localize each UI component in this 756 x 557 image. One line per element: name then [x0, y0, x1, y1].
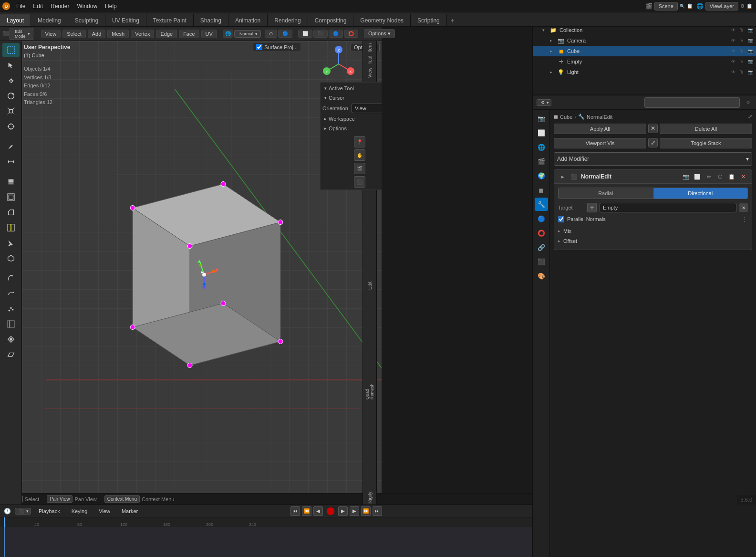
ol-expand-light[interactable]: ▸ [550, 70, 557, 74]
ol-cube[interactable]: ▸ ◼ Cube 👁 🖱 📷 [533, 46, 756, 56]
viewport-vis-btn[interactable]: Viewport Vis [554, 138, 646, 148]
n-panel-workspace-title[interactable]: ▸ Options [322, 125, 382, 132]
pb-next-keyframe[interactable]: ⏩ [361, 506, 371, 516]
tool-shear[interactable] [2, 347, 20, 362]
radial-btn[interactable]: Radial [559, 188, 653, 199]
prop-tab-world[interactable]: 🌍 [535, 169, 548, 182]
normaledit-expand-icon[interactable]: ▸ [558, 172, 568, 181]
viewport[interactable]: User Perspective (1) Cube Objects 1/4 Ve… [22, 41, 382, 504]
menu-render[interactable]: Render [47, 2, 73, 11]
target-clear-btn[interactable]: ✕ [739, 203, 748, 212]
surface-project[interactable]: Surface Proj... [253, 43, 300, 51]
add-modifier-btn[interactable]: Add Modifier ▾ [554, 152, 752, 166]
ol-sel-col[interactable]: 🖱 [738, 26, 746, 34]
pb-prev-keyframe[interactable]: ⏪ [302, 506, 311, 516]
ol-expand-cube[interactable]: ▸ [550, 49, 557, 53]
breadcrumb-expand-icon[interactable]: ⤢ [748, 114, 752, 120]
ol-render-empty[interactable]: 📷 [746, 58, 754, 65]
n-panel-icon-1[interactable]: 📍 [354, 136, 365, 147]
tool-scale[interactable] [2, 104, 20, 118]
ol-vis-light[interactable]: 👁 [729, 68, 737, 76]
vp-right-view[interactable]: View [364, 67, 375, 78]
toolbar-transform-global[interactable]: 🌐 [223, 30, 233, 38]
tab-compositing[interactable]: Compositing [308, 14, 354, 26]
tl-marker-btn[interactable]: Marker [118, 507, 142, 515]
tool-annotate[interactable] [2, 139, 20, 154]
tool-select-box[interactable] [2, 43, 20, 57]
tab-rendering[interactable]: Rendering [268, 14, 308, 26]
toolbar-rendered[interactable]: ⭕ [344, 30, 358, 38]
apply-all-x-btn[interactable]: ✕ [648, 124, 658, 133]
ol-vis-col[interactable]: 👁 [729, 26, 737, 34]
ol-empty[interactable]: ✛ Empty 👁 🖱 📷 [533, 56, 756, 67]
viewlayer-copy-icon[interactable]: 📋 [746, 3, 752, 9]
viewlayer-dropdown[interactable]: ViewLayer [705, 2, 738, 11]
tool-rotate[interactable] [2, 89, 20, 103]
viewport-vis-expand-btn[interactable]: ⤢ [648, 138, 658, 147]
ol-light[interactable]: ▸ 💡 Light 👁 🖱 📷 [533, 67, 756, 77]
toolbar-wireframe[interactable]: ⬜ [298, 30, 312, 38]
prop-tab-physics[interactable]: ⭕ [535, 226, 548, 240]
ol-render-light[interactable]: 📷 [746, 68, 754, 76]
toolbar-solid[interactable]: ⬛ [313, 30, 328, 38]
tool-spin[interactable] [2, 271, 20, 285]
toolbar-edge[interactable]: Edge [156, 30, 177, 38]
viewlayer-filter-icon[interactable]: ⚙ [740, 3, 745, 9]
prop-tab-particles[interactable]: 🔵 [535, 212, 548, 225]
tab-modeling[interactable]: Modeling [31, 14, 68, 26]
tab-shading[interactable]: Shading [194, 14, 228, 26]
toolbar-options[interactable]: Options ▾ [364, 29, 395, 38]
n-panel-icon-3[interactable]: 🎬 [354, 163, 365, 174]
timeline-mode-dropdown[interactable]: ⬛▾ [15, 508, 31, 515]
prop-tab-scene[interactable]: 🎬 [535, 155, 548, 168]
mode-dropdown[interactable]: Edit Mode ▾ [10, 28, 33, 40]
tool-smooth[interactable] [2, 286, 20, 301]
scene-copy-icon[interactable]: 📋 [687, 3, 693, 9]
tool-poly-build[interactable] [2, 251, 20, 265]
tool-bevel[interactable] [2, 205, 20, 220]
tool-inset[interactable] [2, 190, 20, 204]
scene-dropdown[interactable]: Scene [654, 2, 678, 11]
n-panel-cursor-title[interactable]: ▾ Cursor [322, 94, 382, 102]
vp-right-rigify[interactable]: Rigify [364, 492, 375, 504]
toolbar-face[interactable]: Face [179, 30, 199, 38]
menu-help[interactable]: Help [101, 2, 121, 11]
orientation-dropdown[interactable]: Normal ▾ [234, 30, 261, 38]
prop-tab-constraints[interactable]: 🔗 [535, 241, 548, 254]
tool-randomize[interactable] [2, 302, 20, 316]
pb-step-back[interactable]: ◀ [313, 506, 323, 516]
toolbar-snap[interactable]: 🔵 [278, 30, 292, 38]
normaledit-render-icon[interactable]: ⬜ [693, 172, 702, 181]
tool-move[interactable]: ✥ [2, 74, 20, 88]
normaledit-camera-icon[interactable]: 📷 [681, 172, 691, 181]
prop-type-dropdown[interactable]: ⚙▾ [537, 99, 551, 106]
tool-transform[interactable] [2, 119, 20, 134]
blender-logo[interactable]: B [0, 0, 12, 12]
ol-sel-cube[interactable]: 🖱 [738, 47, 746, 55]
ol-render-cam[interactable]: 📷 [746, 37, 754, 44]
tool-edge-slide[interactable] [2, 317, 20, 331]
toolbar-material[interactable]: 🔵 [329, 30, 343, 38]
tab-sculpting[interactable]: Sculpting [68, 14, 105, 26]
toolbar-add[interactable]: Add [88, 30, 106, 38]
tool-shrink-fatten[interactable] [2, 332, 20, 347]
pb-jump-end[interactable]: ⏭ [373, 506, 382, 516]
toolbar-mesh[interactable]: Mesh [107, 30, 129, 38]
toolbar-uv[interactable]: UV [201, 30, 217, 38]
ol-vis-cube[interactable]: 👁 [729, 47, 737, 55]
toolbar-view[interactable]: View [41, 30, 61, 38]
ol-sel-empty[interactable]: 🖱 [738, 58, 746, 65]
ol-camera[interactable]: ▸ 📷 Camera 👁 🖱 📷 [533, 35, 756, 46]
normaledit-edit-icon[interactable]: ✏ [704, 172, 714, 181]
normaledit-copy-icon[interactable]: 📋 [727, 172, 736, 181]
vp-right-edit[interactable]: Edit [364, 280, 375, 291]
ol-expand-cam[interactable]: ▸ [550, 38, 557, 43]
n-panel-icon-2[interactable]: ✋ [354, 149, 365, 161]
ol-sel-cam[interactable]: 🖱 [738, 37, 746, 44]
pb-play[interactable]: ▶ [338, 506, 348, 516]
tl-keying-btn[interactable]: Keying [68, 507, 92, 515]
menu-window[interactable]: Window [73, 2, 101, 11]
tool-extrude[interactable] [2, 175, 20, 189]
apply-all-btn[interactable]: Apply All [554, 124, 646, 134]
tab-texture-paint[interactable]: Texture Paint [146, 14, 194, 26]
